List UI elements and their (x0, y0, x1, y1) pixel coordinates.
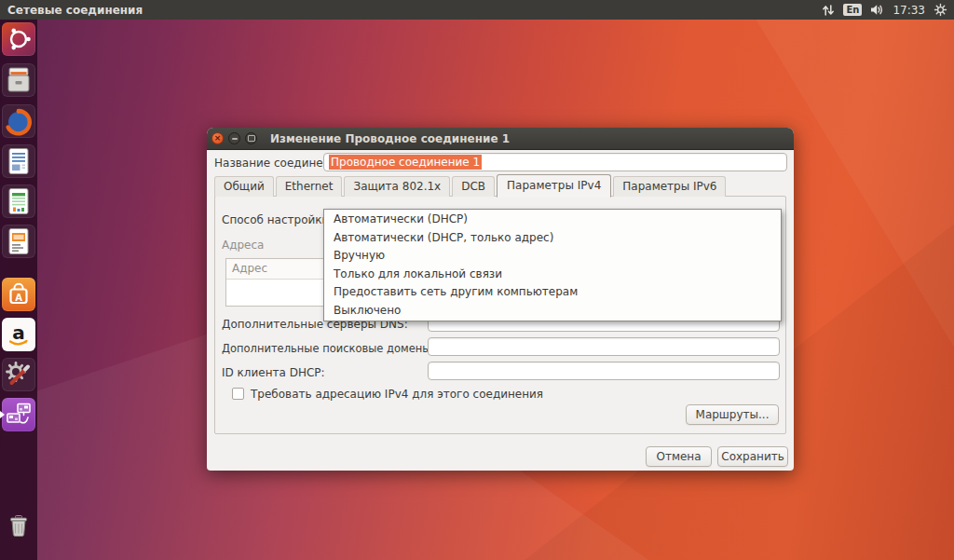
minimize-icon[interactable] (228, 132, 240, 144)
search-domains-input[interactable] (428, 337, 780, 356)
files-icon (2, 63, 35, 97)
method-dropdown-popup: Автоматически (DHCP) Автоматически (DHCP… (323, 209, 782, 321)
save-button[interactable]: Сохранить (717, 446, 788, 467)
network-connections-icon (2, 398, 35, 431)
address-column-header: Адрес (226, 259, 323, 280)
ubuntu-dash-icon (2, 22, 35, 56)
launcher-item-writer[interactable] (2, 144, 35, 178)
selected-text: Проводное соединение 1 (329, 155, 482, 170)
cancel-button[interactable]: Отмена (646, 446, 712, 467)
software-center-icon: A (2, 278, 35, 311)
clock[interactable]: 17:33 (893, 4, 925, 17)
launcher-item-dash[interactable] (2, 22, 35, 56)
launcher-item-network-connections[interactable] (2, 398, 35, 431)
launcher-item-trash[interactable] (2, 509, 35, 542)
launcher-item-firefox[interactable] (2, 104, 35, 138)
top-panel: Сетевые соединения En 17:33 (0, 0, 954, 20)
dropdown-option-manual[interactable]: Вручную (324, 247, 781, 266)
launcher-item-amazon[interactable]: a (2, 318, 35, 351)
tab-ipv4[interactable]: Параметры IPv4 (497, 174, 611, 198)
launcher-item-software-center[interactable]: A (2, 278, 35, 311)
dropdown-option-dhcp-addr-only[interactable]: Автоматически (DHCP, только адрес) (324, 229, 781, 248)
tab-bar: Общий Ethernet Защита 802.1x DCB Парамет… (214, 174, 728, 197)
maximize-icon[interactable] (245, 132, 257, 144)
search-domains-label: Дополнительные поисковые домены: (222, 342, 434, 355)
unity-launcher: A a (0, 20, 37, 560)
dropdown-option-shared[interactable]: Предоставить сеть другим компьютерам (324, 283, 781, 302)
libreoffice-calc-icon (2, 184, 35, 218)
tab-8021x[interactable]: Защита 802.1x (344, 176, 450, 197)
keyboard-layout-indicator[interactable]: En (843, 4, 862, 16)
system-tray: En 17:33 (822, 3, 947, 17)
session-gear-icon[interactable] (934, 3, 947, 17)
dropdown-option-link-local[interactable]: Только для локальной связи (324, 266, 781, 284)
dialog-title: Изменение Проводное соединение 1 (270, 132, 510, 145)
svg-text:A: A (15, 293, 22, 303)
dhcp-client-id-label: ID клиента DHCP: (222, 366, 325, 379)
addresses-table: Адрес (225, 258, 324, 307)
launcher-item-system-settings[interactable] (2, 358, 35, 391)
trash-icon (2, 509, 35, 542)
active-app-title: Сетевые соединения (7, 4, 822, 17)
firefox-icon (2, 104, 35, 138)
method-label: Способ настройки: (222, 213, 333, 226)
require-ipv4-label: Требовать адресацию IPv4 для этого соеди… (251, 388, 543, 401)
launcher-item-calc[interactable] (2, 184, 35, 218)
libreoffice-writer-icon (2, 144, 35, 178)
launcher-item-files[interactable] (2, 63, 35, 97)
tab-ipv6[interactable]: Параметры IPv6 (613, 176, 726, 197)
tab-ethernet[interactable]: Ethernet (276, 176, 343, 197)
amazon-icon: a (2, 318, 35, 351)
connection-editor-dialog: × Изменение Проводное соединение 1 Назва… (207, 128, 794, 471)
launcher-item-impress[interactable] (2, 225, 35, 258)
connection-name-input[interactable]: Проводное соединение 1 (323, 153, 787, 171)
libreoffice-impress-icon (2, 225, 35, 258)
tab-dcb[interactable]: DCB (452, 176, 495, 197)
svg-text:a: a (12, 321, 25, 344)
dropdown-option-disabled[interactable]: Выключено (324, 302, 781, 321)
dropdown-option-dhcp[interactable]: Автоматически (DHCP) (324, 211, 781, 229)
close-icon[interactable]: × (211, 132, 224, 144)
tab-general[interactable]: Общий (214, 176, 274, 197)
network-updown-icon[interactable] (822, 4, 835, 17)
dialog-titlebar[interactable]: × Изменение Проводное соединение 1 (207, 128, 794, 150)
focused-app-arrow (0, 411, 5, 418)
system-settings-icon (2, 358, 35, 391)
routes-button[interactable]: Маршруты... (686, 404, 779, 425)
require-ipv4-checkbox[interactable] (232, 388, 244, 400)
speaker-icon[interactable] (870, 4, 884, 16)
addresses-label: Адреса (222, 239, 264, 252)
dhcp-client-id-input[interactable] (428, 362, 780, 380)
